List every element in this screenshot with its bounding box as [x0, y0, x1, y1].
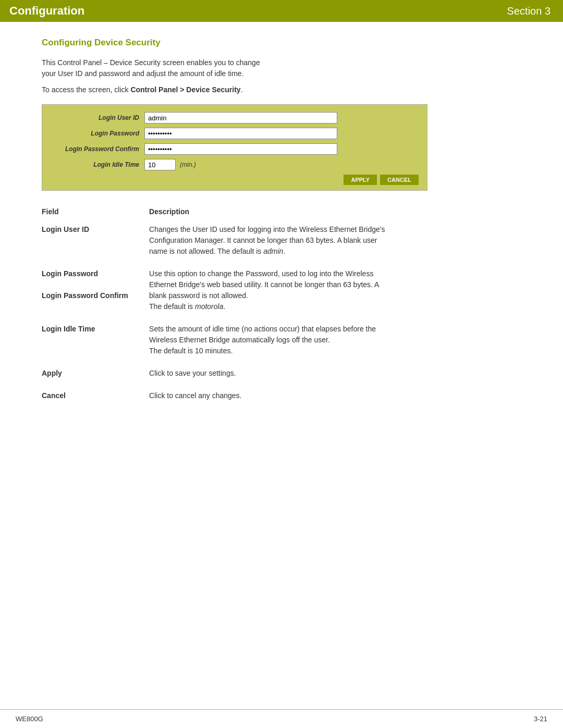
col-header-description: Description [149, 205, 396, 221]
page-title: Configuration [9, 4, 84, 18]
user-id-input[interactable] [144, 112, 337, 124]
intro-line1: This Control Panel – Device Security scr… [42, 57, 521, 79]
field-apply: Apply [42, 365, 149, 387]
desc-idle-time: Sets the amount of idle time (no actions… [149, 320, 396, 365]
field-cancel: Cancel [42, 387, 149, 410]
idle-time-label: Login Idle Time [51, 161, 144, 168]
table-row: Login Password Login Password Confirm Us… [42, 265, 396, 320]
password-row: Login Password [51, 128, 419, 139]
idle-time-input[interactable] [144, 159, 176, 170]
desc-login-user-id: Changes the User ID used for logging int… [149, 221, 396, 265]
desc-apply: Click to save your settings. [149, 365, 396, 387]
intro-text: This Control Panel – Device Security scr… [42, 57, 521, 79]
idle-time-row: Login Idle Time (min.) [51, 159, 419, 170]
table-row: Apply Click to save your settings. [42, 365, 396, 387]
form-buttons: APPLY CANCEL [51, 175, 419, 185]
main-content: Configuring Device Security This Control… [0, 22, 563, 430]
field-login-password: Login Password Login Password Confirm [42, 265, 149, 320]
form-panel: Login User ID Login Password Login Passw… [42, 104, 427, 191]
field-login-user-id: Login User ID [42, 221, 149, 265]
col-header-field: Field [42, 205, 149, 221]
idle-time-unit: (min.) [180, 161, 196, 168]
desc-login-password: Use this option to change the Password, … [149, 265, 396, 320]
password-confirm-row: Login Password Confirm [51, 143, 419, 155]
apply-button[interactable]: APPLY [344, 175, 377, 185]
description-table: Field Description Login User ID Changes … [42, 205, 396, 410]
default-motorola: motorola [195, 302, 223, 311]
header-bar: Configuration Section 3 [0, 0, 563, 22]
password-label: Login Password [51, 130, 144, 137]
table-row: Cancel Click to cancel any changes. [42, 387, 396, 410]
table-header-row: Field Description [42, 205, 396, 221]
access-text: To access the screen, click Control Pane… [42, 85, 521, 94]
section-heading: Configuring Device Security [42, 38, 521, 48]
user-id-row: Login User ID [51, 112, 419, 124]
cancel-button[interactable]: CANCEL [380, 175, 419, 185]
default-admin: admin [263, 247, 283, 255]
password-input[interactable] [144, 128, 337, 139]
field-idle-time: Login Idle Time [42, 320, 149, 365]
password-confirm-input[interactable] [144, 143, 337, 155]
section-label: Section 3 [507, 5, 550, 17]
table-row: Login Idle Time Sets the amount of idle … [42, 320, 396, 365]
user-id-label: Login User ID [51, 114, 144, 121]
footer-left: WE800G [16, 715, 43, 723]
table-row: Login User ID Changes the User ID used f… [42, 221, 396, 265]
footer-right: 3-21 [534, 715, 547, 723]
password-confirm-label: Login Password Confirm [51, 145, 144, 153]
desc-cancel: Click to cancel any changes. [149, 387, 396, 410]
footer: WE800G 3-21 [0, 709, 563, 728]
